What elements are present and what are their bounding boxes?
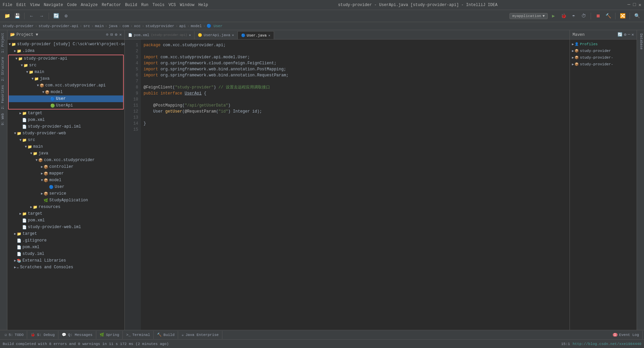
bottom-tab-spring[interactable]: 🌿 Spring	[96, 331, 123, 339]
menu-edit[interactable]: Edit	[16, 3, 26, 7]
bottom-tab-messages[interactable]: 💬 Q: Messages	[58, 331, 96, 339]
bc-model[interactable]: model	[191, 24, 202, 28]
tree-target2[interactable]: ▶ 📁 target	[7, 210, 124, 217]
bottom-tab-debug[interactable]: 🐞 S: Debug	[27, 331, 58, 339]
maven-study-provider[interactable]: ▶ 📦 study-provider	[571, 48, 635, 54]
search-everywhere-btn[interactable]: 🔍	[633, 12, 641, 20]
panel-icon-collapse[interactable]: ⊟	[110, 32, 113, 37]
tree-api[interactable]: ▼ 📁 study-provider-api	[9, 55, 123, 62]
stop-button[interactable]: ⏹	[594, 12, 602, 20]
bottom-tab-java-enterprise[interactable]: ☕ Java Enterprise	[178, 331, 222, 339]
vtab-project[interactable]: 1: Project	[0, 31, 7, 55]
coverage-button[interactable]: ☂	[569, 12, 578, 20]
toolbar-forward-btn[interactable]: →	[37, 12, 46, 20]
menu-help[interactable]: Help	[198, 3, 208, 7]
bc-src[interactable]: src	[83, 24, 90, 28]
tree-study-app[interactable]: ▶ 🌿 StudyApplication	[7, 197, 124, 204]
tree-gitignore[interactable]: ▶ 📄 .gitignore	[7, 237, 124, 244]
maximize-button[interactable]: □	[633, 2, 636, 8]
run-config-dropdown-icon[interactable]: ▼	[542, 14, 545, 18]
maven-refresh-icon[interactable]: 🔄	[618, 32, 623, 37]
menu-window[interactable]: Window	[180, 3, 194, 7]
tree-iml2[interactable]: ▶ 📄 study-provider-web.iml	[7, 224, 124, 230]
tree-pom2[interactable]: ▶ 📄 pom.xml	[7, 217, 124, 224]
vcs-button[interactable]: 🔀	[618, 12, 627, 20]
run-config-selector[interactable]: myapplication ▼	[509, 13, 548, 19]
tab-pom-xml[interactable]: 📄 pom.xml (study-provider-api) ✕	[125, 31, 195, 39]
window-controls[interactable]: ─ □ ✕	[628, 2, 641, 8]
tree-main[interactable]: ▼ 📁 main	[9, 69, 123, 75]
vtab-favorites[interactable]: 2: Favorites	[0, 83, 7, 111]
toolbar-back-btn[interactable]: ←	[27, 12, 36, 20]
run-button[interactable]: ▶	[549, 12, 558, 20]
bottom-tab-build[interactable]: 🔨 Build	[154, 331, 178, 339]
tree-web-src[interactable]: ▼ 📁 src	[7, 137, 124, 143]
maven-profiles[interactable]: ▶ 👤 Profiles	[571, 41, 635, 48]
tree-pom3[interactable]: ▶ 📄 pom.xml	[7, 244, 124, 251]
tree-ext-libs[interactable]: ▶ 📚 External Libraries	[7, 257, 124, 264]
panel-icon-settings[interactable]: ⚙	[115, 32, 117, 37]
menu-analyze[interactable]: Analyze	[81, 3, 98, 7]
maven-sp-web[interactable]: ▶ 📦 study-provider-	[571, 61, 635, 68]
vtab-web[interactable]: 9: Web	[0, 111, 7, 127]
tree-web-user[interactable]: ▶ 🔵 User	[7, 184, 124, 190]
menu-code[interactable]: Code	[67, 3, 77, 7]
close-button[interactable]: ✕	[639, 2, 641, 8]
menu-build[interactable]: Build	[125, 3, 137, 7]
bc-main[interactable]: main	[95, 24, 104, 28]
tree-target1[interactable]: ▶ 📁 target	[7, 110, 124, 117]
bc-com[interactable]: com	[122, 24, 129, 28]
bottom-tab-terminal[interactable]: >_ Terminal	[123, 331, 154, 339]
maven-settings-icon[interactable]: ⚙	[624, 32, 626, 37]
tree-pom1[interactable]: ▶ 📄 pom.xml	[7, 117, 124, 123]
bc-api2[interactable]: api	[179, 24, 186, 28]
tree-web-pkg[interactable]: ▼ 📦 com.xcc.studyprovider	[7, 157, 124, 163]
tree-package[interactable]: ▼ 📦 com.xcc.studyprovider.api	[9, 82, 123, 89]
toolbar-open-btn[interactable]: 📁	[3, 12, 11, 20]
menu-vcs[interactable]: VCS	[169, 3, 176, 7]
tree-web-model[interactable]: ▼ 📦 model	[7, 177, 124, 184]
menu-refactor[interactable]: Refactor	[102, 3, 121, 7]
tab-close-pom[interactable]: ✕	[189, 33, 191, 37]
profile-button[interactable]: ⏱	[579, 12, 588, 20]
tree-model[interactable]: ▼ 📦 model	[9, 89, 123, 95]
tree-mapper[interactable]: ▶ 📦 mapper	[7, 170, 124, 177]
minimize-button[interactable]: ─	[628, 2, 630, 8]
tree-java[interactable]: ▼ 📁 java	[9, 75, 123, 82]
bc-java[interactable]: java	[109, 24, 117, 28]
tree-service[interactable]: ▶ 📦 service	[7, 190, 124, 197]
bottom-tab-todo[interactable]: ☑ 5: TODO	[1, 331, 27, 339]
tree-idea[interactable]: ▶ 📁 .idea	[7, 48, 124, 54]
menu-view[interactable]: View	[30, 3, 40, 7]
tree-web[interactable]: ▼ 📁 study-provider-web	[7, 130, 124, 137]
panel-icons[interactable]: ⊙ ⊟ ⚙ ✕	[106, 32, 122, 37]
tree-target3[interactable]: ▶ 📁 target	[7, 230, 124, 237]
maven-close-icon[interactable]: ─	[628, 32, 630, 37]
maven-icons[interactable]: 🔄 ⚙ ─ ✕	[618, 32, 634, 37]
toolbar-settings-btn[interactable]: ⚙	[62, 12, 70, 20]
code-content[interactable]: package com.xcc.studyprovider.api; impor…	[141, 40, 570, 330]
tree-web-java[interactable]: ▼ 📁 java	[7, 150, 124, 157]
menu-navigate[interactable]: Navigate	[44, 3, 63, 7]
maven-expand-icon[interactable]: ✕	[632, 32, 634, 37]
toolbar-save-btn[interactable]: 💾	[13, 12, 21, 20]
menu-run[interactable]: Run	[141, 3, 149, 7]
tree-root[interactable]: ▼ 📁 study-provider [study] C:\sck\work\p…	[7, 41, 124, 48]
bottom-tab-event-log[interactable]: 1 Event Log	[609, 331, 643, 339]
app-menu[interactable]: File Edit View Navigate Code Analyze Ref…	[3, 3, 208, 7]
bc-study-provider[interactable]: study-provider	[3, 24, 34, 28]
tree-userapi-interface[interactable]: ▶ 🟢 UserApi	[9, 102, 123, 109]
tree-iml1[interactable]: ▶ 📄 study-provider-api.iml	[7, 123, 124, 130]
toolbar-sync-btn[interactable]: 🔄	[52, 12, 60, 20]
build-button[interactable]: 🔨	[604, 12, 612, 20]
bc-user[interactable]: 🔵 User	[207, 24, 222, 28]
vtab-structure[interactable]: 2: Structure	[0, 55, 7, 83]
tree-controller[interactable]: ▶ 📦 controller	[7, 163, 124, 170]
menu-tools[interactable]: Tools	[153, 3, 165, 7]
menu-file[interactable]: File	[3, 3, 12, 7]
tree-iml3[interactable]: ▶ 📄 study.iml	[7, 251, 124, 257]
bc-api[interactable]: study-provider-api	[39, 24, 78, 28]
tab-close-userapi[interactable]: ✕	[232, 33, 234, 37]
tree-user-class[interactable]: ▶ 🔵 User	[9, 95, 123, 102]
tree-scratches[interactable]: ▶ ✏ Scratches and Consoles	[7, 264, 124, 271]
